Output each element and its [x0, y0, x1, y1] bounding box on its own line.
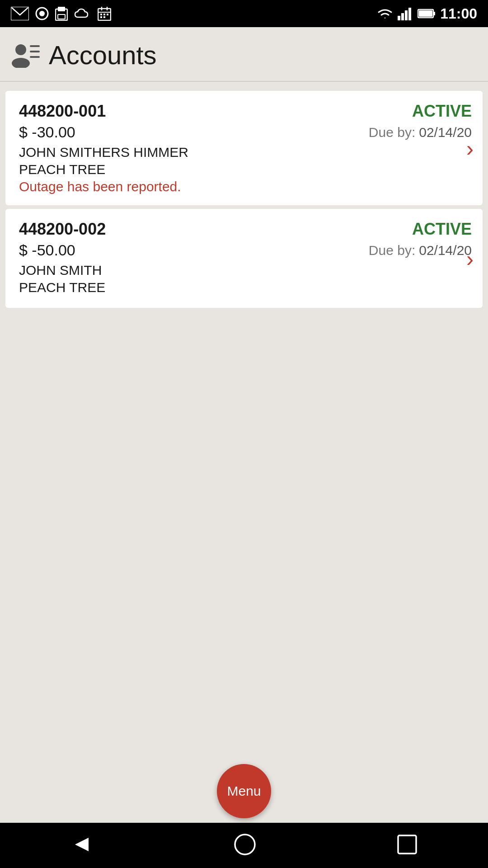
home-icon — [234, 833, 256, 856]
chevron-1: › — [466, 136, 474, 160]
account-location-1: PEACH TREE — [19, 162, 472, 177]
svg-rect-11 — [103, 14, 105, 15]
chevron-right-icon-2: › — [466, 246, 474, 270]
svg-rect-18 — [408, 8, 411, 20]
svg-rect-13 — [100, 16, 102, 18]
svg-rect-29 — [398, 835, 416, 854]
svg-point-22 — [15, 44, 26, 55]
account-number-2: 448200-002 — [19, 220, 106, 239]
record-icon — [35, 7, 49, 20]
time-display: 11:00 — [440, 5, 477, 22]
recents-button[interactable] — [397, 834, 418, 857]
due-date-2: 02/14/20 — [419, 243, 472, 258]
page-title: Accounts — [49, 40, 157, 70]
account-card-2[interactable]: 448200-002 ACTIVE $ -50.00 Due by: 02/14… — [5, 209, 483, 308]
svg-rect-5 — [58, 14, 65, 19]
account-name-2: JOHN SMITH — [19, 263, 472, 278]
card-1-top-row: 448200-001 ACTIVE — [19, 102, 472, 121]
status-indicators-right: 11:00 — [377, 5, 477, 22]
chevron-2: › — [466, 246, 474, 271]
status-icons-left — [11, 6, 111, 21]
svg-rect-12 — [107, 14, 108, 15]
account-balance-1: $ -30.00 — [19, 123, 75, 141]
svg-point-23 — [12, 58, 30, 68]
recents-icon — [397, 834, 418, 855]
svg-rect-4 — [58, 7, 65, 11]
home-button[interactable] — [234, 833, 256, 858]
svg-marker-27 — [75, 838, 89, 851]
svg-rect-17 — [405, 10, 408, 20]
svg-rect-21 — [419, 10, 432, 17]
cloud-icon — [74, 7, 91, 20]
account-status-1: ACTIVE — [412, 102, 472, 121]
battery-icon — [418, 8, 436, 19]
svg-rect-20 — [433, 12, 435, 15]
account-location-2: PEACH TREE — [19, 280, 472, 295]
account-number-1: 448200-001 — [19, 102, 106, 121]
due-label-1: Due by: — [369, 125, 415, 140]
card-1-middle-row: $ -30.00 Due by: 02/14/20 — [19, 123, 472, 141]
due-date-row-2: Due by: 02/14/20 — [369, 243, 472, 258]
menu-button-container: Menu — [217, 764, 271, 827]
menu-button-label: Menu — [227, 783, 261, 799]
outage-message-1: Outage has been reported. — [19, 179, 472, 194]
back-icon — [70, 833, 93, 856]
calendar-icon — [98, 6, 111, 21]
svg-point-2 — [39, 11, 45, 16]
bottom-navigation — [0, 823, 488, 868]
back-button[interactable] — [70, 833, 93, 858]
accounts-header-icon — [11, 42, 40, 68]
card-2-top-row: 448200-002 ACTIVE — [19, 220, 472, 239]
svg-point-28 — [235, 835, 255, 854]
due-label-2: Due by: — [369, 243, 415, 258]
svg-rect-10 — [100, 14, 102, 15]
account-balance-2: $ -50.00 — [19, 241, 75, 259]
account-name-1: JOHN SMITHERS HIMMER — [19, 145, 472, 160]
menu-button[interactable]: Menu — [217, 764, 271, 818]
due-date-row-1: Due by: 02/14/20 — [369, 125, 472, 140]
sim-icon — [55, 6, 68, 21]
due-date-1: 02/14/20 — [419, 125, 472, 140]
svg-rect-14 — [103, 16, 105, 18]
gmail-icon — [11, 7, 29, 20]
signal-icon — [398, 7, 413, 20]
card-2-middle-row: $ -50.00 Due by: 02/14/20 — [19, 241, 472, 259]
wifi-icon — [377, 7, 393, 20]
account-card-1[interactable]: 448200-001 ACTIVE $ -30.00 Due by: 02/14… — [5, 91, 483, 205]
accounts-list: 448200-001 ACTIVE $ -30.00 Due by: 02/14… — [0, 82, 488, 868]
svg-rect-15 — [398, 16, 400, 20]
page-header: Accounts — [0, 27, 488, 81]
status-bar: 11:00 — [0, 0, 488, 27]
svg-rect-16 — [401, 13, 404, 20]
account-status-2: ACTIVE — [412, 220, 472, 239]
chevron-right-icon-1: › — [466, 136, 474, 160]
